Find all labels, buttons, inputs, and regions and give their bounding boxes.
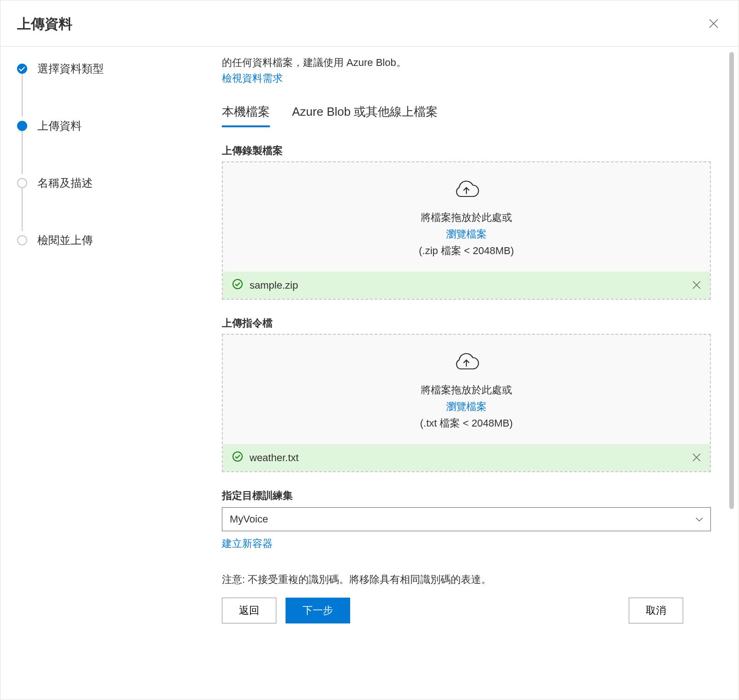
browse-script-link[interactable]: 瀏覽檔案 xyxy=(446,400,487,414)
success-check-icon xyxy=(232,451,243,464)
step-pending-icon xyxy=(17,178,27,188)
uploaded-recording-row: sample.zip xyxy=(223,272,710,299)
next-button[interactable]: 下一步 xyxy=(286,598,350,623)
upload-recording-label: 上傳錄製檔案 xyxy=(222,144,711,158)
cloud-upload-icon xyxy=(453,351,479,376)
svg-point-0 xyxy=(233,279,242,289)
step-label: 名稱及描述 xyxy=(37,176,93,190)
close-button[interactable] xyxy=(705,13,722,35)
chevron-down-icon xyxy=(696,515,703,524)
step-label: 上傳資料 xyxy=(37,119,82,133)
upload-recording-box: 將檔案拖放於此處或 瀏覽檔案 (.zip 檔案 < 2048MB) sample… xyxy=(222,161,711,300)
wizard-footer: 返回 下一步 取消 xyxy=(222,587,711,635)
step-pending-icon xyxy=(17,235,27,245)
upload-recording-hint: (.zip 檔案 < 2048MB) xyxy=(419,244,514,258)
uploaded-script-name: weather.txt xyxy=(250,452,298,464)
upload-script-box: 將檔案拖放於此處或 瀏覽檔案 (.txt 檔案 < 2048MB) weathe… xyxy=(222,334,711,472)
close-icon xyxy=(709,17,718,31)
intro-text: 的任何資料檔案，建議使用 Azure Blob。 xyxy=(222,56,711,70)
step-upload-data[interactable]: 上傳資料 xyxy=(17,119,205,176)
step-name-desc[interactable]: 名稱及描述 xyxy=(17,176,205,233)
duplicate-note: 注意: 不接受重複的識別碼。將移除具有相同識別碼的表達。 xyxy=(222,573,711,587)
svg-point-1 xyxy=(233,452,242,461)
source-tabs: 本機檔案 Azure Blob 或其他線上檔案 xyxy=(222,100,711,127)
step-active-icon xyxy=(17,121,27,131)
cancel-button[interactable]: 取消 xyxy=(629,598,683,623)
browse-recording-link[interactable]: 瀏覽檔案 xyxy=(446,227,487,241)
training-set-select[interactable]: MyVoice xyxy=(222,507,711,531)
upload-script-label: 上傳指令檔 xyxy=(222,316,711,330)
upload-recording-dropzone[interactable]: 將檔案拖放於此處或 瀏覽檔案 (.zip 檔案 < 2048MB) xyxy=(223,162,710,272)
upload-script-hint: (.txt 檔案 < 2048MB) xyxy=(420,416,513,430)
create-container-link[interactable]: 建立新容器 xyxy=(222,537,273,551)
step-review-upload[interactable]: 檢閱並上傳 xyxy=(17,233,205,248)
training-set-value: MyVoice xyxy=(230,513,268,525)
main-panel: 的任何資料檔案，建議使用 Azure Blob。 檢視資料需求 本機檔案 Azu… xyxy=(222,47,739,700)
dialog-header: 上傳資料 xyxy=(0,0,739,47)
uploaded-recording-name: sample.zip xyxy=(250,279,298,291)
step-select-type[interactable]: 選擇資料類型 xyxy=(17,61,205,119)
tab-local-file[interactable]: 本機檔案 xyxy=(222,100,270,127)
upload-script-dropzone[interactable]: 將檔案拖放於此處或 瀏覽檔案 (.txt 檔案 < 2048MB) xyxy=(223,335,710,444)
step-label: 選擇資料類型 xyxy=(37,61,104,76)
drag-text: 將檔案拖放於此處或 xyxy=(421,211,512,225)
target-label: 指定目標訓練集 xyxy=(222,489,711,503)
scrollbar[interactable] xyxy=(729,52,734,509)
drag-text: 將檔案拖放於此處或 xyxy=(421,383,512,397)
dialog-title: 上傳資料 xyxy=(17,15,72,34)
back-button[interactable]: 返回 xyxy=(222,598,276,623)
uploaded-script-row: weather.txt xyxy=(223,444,710,471)
remove-script-button[interactable] xyxy=(692,451,701,465)
step-label: 檢閱並上傳 xyxy=(37,233,93,248)
cloud-upload-icon xyxy=(453,179,479,203)
view-requirements-link[interactable]: 檢視資料需求 xyxy=(222,72,283,84)
tab-azure-blob[interactable]: Azure Blob 或其他線上檔案 xyxy=(292,100,438,127)
success-check-icon xyxy=(232,279,243,292)
wizard-sidebar: 選擇資料類型 上傳資料 名稱及描述 檢閱並上傳 xyxy=(0,47,222,700)
remove-recording-button[interactable] xyxy=(692,278,701,292)
step-check-icon xyxy=(17,64,27,74)
